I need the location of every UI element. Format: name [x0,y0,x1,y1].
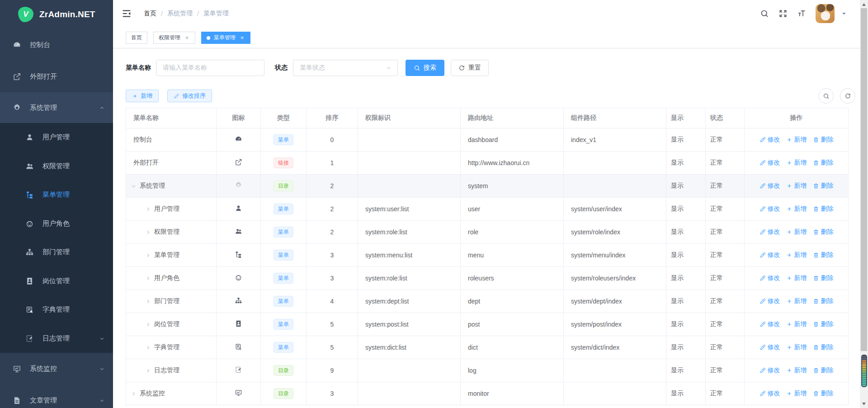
delete-row-button[interactable]: 删除 [813,274,834,282]
breadcrumb-item[interactable]: 菜单管理 [203,9,229,18]
edit-row-button[interactable]: 修改 [760,320,780,328]
sidebar-collapse-icon[interactable] [122,9,132,19]
tab-菜单管理[interactable]: 菜单管理× [201,32,250,44]
edit-row-button[interactable]: 修改 [760,389,780,398]
delete-row-button[interactable]: 删除 [813,343,834,351]
sidebar-item-用户管理[interactable]: 用户管理 [0,123,113,152]
tab-首页[interactable]: 首页 [126,32,147,44]
search-button[interactable]: 搜索 [406,60,444,76]
tab-label: 首页 [131,34,142,42]
sidebar-item-系统监控[interactable]: 系统监控 [0,353,113,384]
add-button[interactable]: 新增 [126,90,159,102]
page-scrollbar[interactable] [860,0,868,408]
sidebar-item-文章管理[interactable]: 文章管理 [0,384,113,408]
fullscreen-icon[interactable] [778,9,788,18]
delete-row-button[interactable]: 删除 [813,182,834,190]
breadcrumb: 首页/系统管理/菜单管理 [144,9,229,18]
delete-row-button[interactable]: 删除 [813,205,834,213]
sidebar-item-日志管理[interactable]: 日志管理 [0,324,113,353]
sidebar-item-用户角色[interactable]: 用户角色 [0,209,113,238]
scroll-down-arrow-icon[interactable] [860,400,868,407]
avatar[interactable] [816,4,835,23]
edit-row-button[interactable]: 修改 [760,343,780,351]
menu-name: 外部打开 [133,159,159,167]
chevron-right-icon[interactable] [131,391,137,397]
chevron-down-icon[interactable] [131,183,137,189]
add-child-button[interactable]: 新增 [786,274,807,282]
search-icon[interactable] [760,9,769,18]
sidebar-item-控制台[interactable]: 控制台 [0,29,113,61]
reset-button[interactable]: 重置 [451,60,489,76]
sidebar-item-系统管理[interactable]: 系统管理 [0,92,113,123]
chevron-right-icon[interactable] [145,206,151,212]
edit-sort-button[interactable]: 修改排序 [167,90,212,102]
edit-row-button[interactable]: 修改 [760,205,780,213]
delete-row-button[interactable]: 删除 [813,366,834,375]
add-child-button[interactable]: 新增 [786,205,807,213]
delete-row-button[interactable]: 删除 [813,297,834,305]
scrollbar-thumb[interactable] [861,8,867,351]
sidebar-item-部门管理[interactable]: 部门管理 [0,238,113,267]
scroll-up-arrow-icon[interactable] [860,1,868,8]
add-child-button[interactable]: 新增 [786,389,807,398]
sidebar-item-字典管理[interactable]: 字典管理 [0,295,113,324]
menu-name-input[interactable]: 请输入菜单名称 [156,60,264,76]
menu-name-wrap: 控制台 [126,136,216,144]
sidebar-item-权限管理[interactable]: 权限管理 [0,152,113,181]
edit-row-button[interactable]: 修改 [760,136,780,144]
sidebar-item-岗位管理[interactable]: 岗位管理 [0,267,113,296]
action-label: 删除 [821,136,834,144]
column-header-路由地址: 路由地址 [461,108,564,128]
edit-row-button[interactable]: 修改 [760,182,780,190]
font-size-icon[interactable] [797,9,806,18]
chevron-right-icon[interactable] [145,322,151,327]
navbar-right [760,4,847,23]
sidebar-item-菜单管理[interactable]: 菜单管理 [0,180,113,209]
edit-row-button[interactable]: 修改 [760,366,780,375]
add-child-button[interactable]: 新增 [786,366,807,375]
status-select[interactable]: 菜单状态 [293,60,398,76]
visible-cell: 显示 [666,175,706,198]
action-label: 删除 [821,182,834,190]
edit-row-button[interactable]: 修改 [760,159,780,167]
breadcrumb-item[interactable]: 系统管理 [167,9,193,18]
chevron-right-icon[interactable] [145,345,151,351]
add-child-button[interactable]: 新增 [786,136,807,144]
toggle-search-button[interactable] [818,88,834,104]
add-child-button[interactable]: 新增 [786,343,807,351]
tab-权限管理[interactable]: 权限管理× [153,32,195,44]
breadcrumb-item[interactable]: 首页 [144,9,156,18]
app-logo[interactable]: V ZrAdmin.NET [0,0,113,29]
edit-row-button[interactable]: 修改 [760,228,780,236]
close-icon[interactable]: × [184,34,190,41]
status-cell: 正常 [706,359,745,382]
close-icon[interactable]: × [239,34,245,41]
add-child-button[interactable]: 新增 [786,228,807,236]
add-child-button[interactable]: 新增 [786,159,807,167]
delete-row-button[interactable]: 删除 [813,251,834,259]
delete-row-button[interactable]: 删除 [813,389,834,398]
chevron-right-icon[interactable] [145,299,151,304]
delete-row-button[interactable]: 删除 [813,159,834,167]
user-menu-caret-icon[interactable] [841,10,847,17]
chevron-right-icon[interactable] [145,229,151,235]
sidebar-item-外部打开[interactable]: 外部打开 [0,61,113,92]
plus-icon [786,275,793,281]
chevron-right-icon[interactable] [145,275,151,281]
refresh-table-button[interactable] [840,88,855,104]
edit-row-button[interactable]: 修改 [760,274,780,282]
chevron-right-icon[interactable] [145,252,151,258]
tags-view-bar: 首页权限管理×菜单管理× [113,27,868,48]
delete-row-button[interactable]: 删除 [813,136,834,144]
add-child-button[interactable]: 新增 [786,251,807,259]
chevron-right-icon[interactable] [145,368,151,374]
menu-icon-cell [217,382,261,405]
add-child-button[interactable]: 新增 [786,297,807,305]
add-child-button[interactable]: 新增 [786,320,807,328]
delete-row-button[interactable]: 删除 [813,228,834,236]
status-cell: 正常 [706,290,745,313]
delete-row-button[interactable]: 删除 [813,320,834,328]
edit-row-button[interactable]: 修改 [760,297,780,305]
add-child-button[interactable]: 新增 [786,182,807,190]
edit-row-button[interactable]: 修改 [760,251,780,259]
